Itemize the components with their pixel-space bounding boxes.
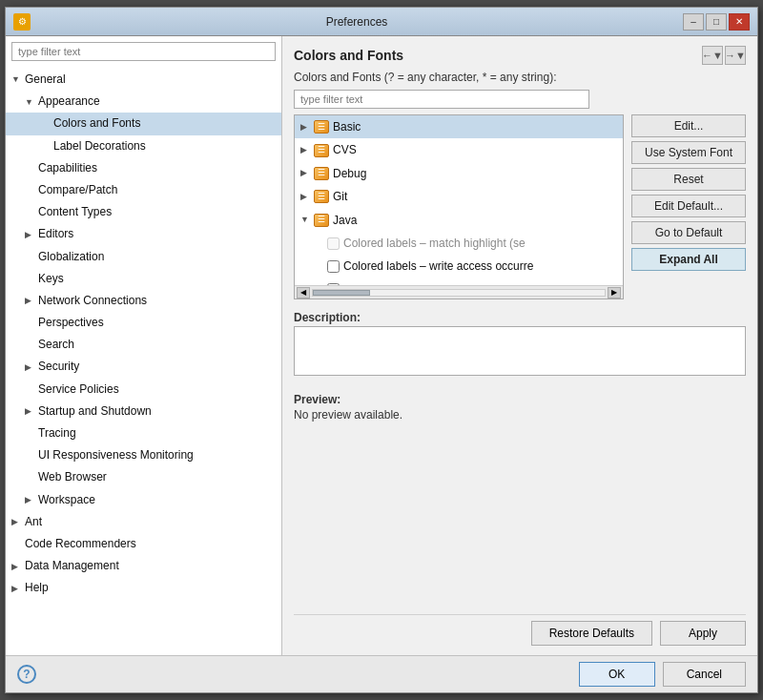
expand-arrow-java: ▼: [300, 213, 310, 227]
use-system-font-button[interactable]: Use System Font: [631, 141, 746, 164]
right-action-buttons: Edit... Use System Font Reset Edit Defau…: [631, 114, 746, 299]
font-tree-label-colored-labels-match: Colored labels – match highlight (se: [343, 234, 526, 253]
preview-text: No preview available.: [294, 408, 746, 422]
font-tree-item-cvs[interactable]: ▶ ☰ CVS: [295, 138, 623, 161]
git-icon: ☰: [314, 190, 329, 203]
expand-arrow-cvs: ▶: [300, 143, 310, 157]
tree-item-label-decorations[interactable]: Label Decorations: [6, 135, 281, 157]
preview-section: Preview: No preview available.: [294, 387, 746, 422]
tree-item-perspectives[interactable]: Perspectives: [6, 312, 281, 334]
scroll-right-button[interactable]: ▶: [608, 287, 621, 299]
tree-label-tracing: Tracing: [38, 424, 76, 443]
window-title: Preferences: [31, 15, 683, 29]
tree-item-keys[interactable]: Keys: [6, 268, 281, 290]
right-nav-buttons: ←▼ →▼: [702, 46, 746, 65]
main-content: General Appearance Colors and Fonts Labe…: [6, 36, 757, 655]
tree-label-web-browser: Web Browser: [38, 468, 107, 486]
font-tree-item-java[interactable]: ▼ ☰ Java: [295, 209, 623, 232]
tree-label-editors: Editors: [38, 225, 73, 243]
expand-arrow-network-connections: [25, 294, 34, 307]
tree-label-workspace: Workspace: [38, 491, 95, 509]
tree-item-globalization[interactable]: Globalization: [6, 246, 281, 268]
tree-item-appearance[interactable]: Appearance: [6, 91, 281, 113]
cancel-button[interactable]: Cancel: [663, 662, 746, 687]
tree-label-compare-patch: Compare/Patch: [38, 181, 117, 199]
tree-item-editors[interactable]: Editors: [6, 223, 281, 245]
minimize-button[interactable]: –: [683, 13, 704, 31]
horizontal-scrollbar: ◀ ▶: [295, 285, 623, 299]
tree-item-compare-patch[interactable]: Compare/Patch: [6, 179, 281, 201]
tree-label-capabilities: Capabilities: [38, 159, 97, 177]
font-tree-item-colored-labels-match[interactable]: Colored labels – match highlight (se: [295, 232, 623, 255]
tree-item-general[interactable]: General: [6, 69, 281, 91]
font-tree-item-declaration-view[interactable]: Declaration view background: [295, 278, 623, 285]
font-tree-label-git: Git: [333, 187, 347, 206]
cvs-icon: ☰: [314, 144, 329, 157]
tree-item-capabilities[interactable]: Capabilities: [6, 157, 281, 179]
tree-item-security[interactable]: Security: [6, 356, 281, 378]
help-icon[interactable]: ?: [17, 665, 36, 684]
footer: ? OK Cancel: [6, 655, 757, 692]
right-filter-input[interactable]: [294, 90, 589, 109]
font-tree-item-basic[interactable]: ▶ ☰ Basic: [295, 115, 623, 138]
right-panel: Colors and Fonts ←▼ →▼ Colors and Fonts …: [282, 36, 757, 655]
scroll-left-button[interactable]: ◀: [297, 287, 310, 299]
tree-item-tracing[interactable]: Tracing: [6, 422, 281, 444]
font-tree-label-java: Java: [333, 211, 357, 230]
expand-arrow-debug: ▶: [300, 166, 310, 180]
description-section: Description:: [294, 305, 746, 381]
tree-label-code-recommenders: Code Recommenders: [25, 535, 136, 553]
tree-item-help[interactable]: Help: [6, 577, 281, 599]
font-tree-scroll[interactable]: ▶ ☰ Basic ▶ ☰ CVS ▶ ☰: [295, 115, 623, 285]
scroll-thumb-horizontal[interactable]: [313, 290, 370, 296]
restore-defaults-button[interactable]: Restore Defaults: [531, 621, 652, 646]
font-tree-item-git[interactable]: ▶ ☰ Git: [295, 185, 623, 208]
tree-item-workspace[interactable]: Workspace: [6, 489, 281, 511]
tree-label-ui-responsiveness: UI Responsiveness Monitoring: [38, 446, 194, 464]
font-tree-item-colored-labels-write[interactable]: Colored labels – write access occurre: [295, 255, 623, 278]
tree-label-content-types: Content Types: [38, 203, 112, 221]
scroll-track-horizontal: [312, 289, 606, 297]
tree-item-startup-shutdown[interactable]: Startup and Shutdown: [6, 401, 281, 422]
left-panel: General Appearance Colors and Fonts Labe…: [6, 36, 282, 655]
go-to-default-button[interactable]: Go to Default: [631, 221, 746, 244]
apply-button[interactable]: Apply: [660, 621, 746, 646]
tree-label-appearance: Appearance: [38, 93, 100, 111]
tree-label-startup-shutdown: Startup and Shutdown: [38, 402, 152, 421]
edit-default-button[interactable]: Edit Default...: [631, 195, 746, 217]
tree-item-colors-and-fonts[interactable]: Colors and Fonts: [6, 113, 281, 134]
tree-item-content-types[interactable]: Content Types: [6, 201, 281, 223]
back-button[interactable]: ←▼: [702, 46, 723, 65]
ok-button[interactable]: OK: [579, 662, 655, 687]
checkbox-colored-labels-write[interactable]: [327, 260, 340, 273]
edit-button[interactable]: Edit...: [631, 114, 746, 137]
tree-item-ant[interactable]: Ant: [6, 511, 281, 533]
tree-item-code-recommenders[interactable]: Code Recommenders: [6, 533, 281, 555]
tree-item-network-connections[interactable]: Network Connections: [6, 290, 281, 312]
expand-arrow-git: ▶: [300, 190, 310, 204]
font-tree-item-debug[interactable]: ▶ ☰ Debug: [295, 162, 623, 185]
center-area: ▶ ☰ Basic ▶ ☰ CVS ▶ ☰: [294, 114, 746, 299]
tree-item-ui-responsiveness[interactable]: UI Responsiveness Monitoring: [6, 444, 281, 466]
maximize-button[interactable]: □: [706, 13, 727, 31]
tree-item-service-policies[interactable]: Service Policies: [6, 379, 281, 401]
tree-item-web-browser[interactable]: Web Browser: [6, 466, 281, 488]
expand-arrow-appearance: [25, 95, 34, 109]
preferences-window: ⚙ Preferences – □ ✕ General Appearance: [5, 7, 758, 693]
titlebar-buttons: – □ ✕: [683, 13, 750, 31]
font-tree-label-cvs: CVS: [333, 140, 357, 159]
expand-all-button[interactable]: Expand All: [631, 248, 746, 271]
debug-icon: ☰: [314, 167, 329, 180]
tree-item-search[interactable]: Search: [6, 334, 281, 356]
close-button[interactable]: ✕: [729, 13, 750, 31]
description-content: [294, 326, 746, 376]
java-icon: ☰: [314, 214, 329, 227]
bottom-buttons-row: Restore Defaults Apply: [294, 614, 746, 646]
tree-label-label-decorations: Label Decorations: [53, 137, 146, 155]
tree-item-data-management[interactable]: Data Management: [6, 555, 281, 577]
reset-button[interactable]: Reset: [631, 168, 746, 191]
left-filter-input[interactable]: [11, 42, 276, 61]
checkbox-colored-labels-match[interactable]: [327, 237, 340, 250]
tree-label-data-management: Data Management: [25, 557, 119, 575]
forward-button[interactable]: →▼: [725, 46, 746, 65]
